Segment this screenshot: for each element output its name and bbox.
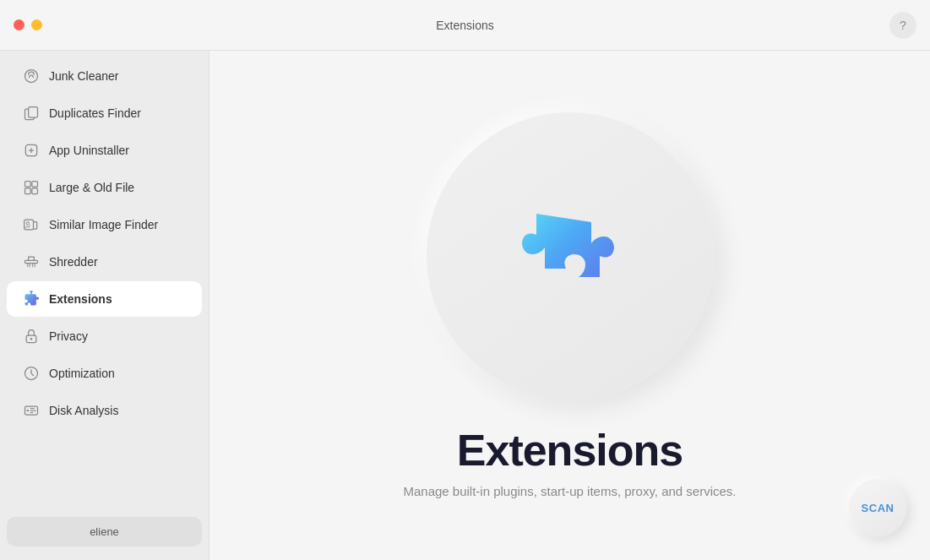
sidebar-item-shredder[interactable]: Shredder	[7, 244, 202, 280]
shredder-icon	[22, 253, 41, 271]
sidebar-label-optimization: Optimization	[49, 367, 115, 380]
extensions-icon	[22, 290, 41, 308]
disk-analysis-icon	[22, 401, 41, 420]
main-layout: Junk Cleaner Duplicates Finder App Unins…	[0, 51, 930, 560]
duplicates-finder-icon	[22, 104, 41, 122]
sidebar-item-optimization[interactable]: Optimization	[7, 356, 202, 391]
user-profile[interactable]: eliene	[7, 517, 202, 546]
sidebar-label-large-old-file: Large & Old File	[49, 181, 134, 194]
hero-subtitle: Manage built-in plugins, start-up items,…	[403, 484, 736, 498]
similar-image-finder-icon	[22, 215, 41, 234]
svg-rect-2	[29, 107, 38, 118]
close-button[interactable]	[14, 19, 24, 30]
sidebar-item-duplicates-finder[interactable]: Duplicates Finder	[7, 95, 202, 131]
privacy-icon	[22, 327, 41, 345]
sidebar-item-privacy[interactable]: Privacy	[7, 318, 202, 354]
puzzle-icon	[486, 171, 655, 340]
svg-point-12	[30, 338, 33, 340]
sidebar-label-duplicates-finder: Duplicates Finder	[49, 106, 141, 120]
sidebar-item-large-old-file[interactable]: Large & Old File	[7, 170, 202, 205]
sidebar-label-disk-analysis: Disk Analysis	[49, 404, 118, 417]
sidebar-label-junk-cleaner: Junk Cleaner	[49, 69, 119, 83]
svg-point-15	[27, 410, 29, 412]
svg-rect-10	[25, 260, 38, 263]
sidebar-item-similar-image-finder[interactable]: Similar Image Finder	[7, 207, 202, 242]
sidebar-label-privacy: Privacy	[49, 329, 88, 343]
svg-rect-5	[32, 182, 38, 188]
sidebar-item-disk-analysis[interactable]: Disk Analysis	[7, 393, 202, 428]
app-uninstaller-icon	[22, 141, 41, 160]
sidebar-item-extensions[interactable]: Extensions	[7, 281, 202, 317]
hero-circle	[427, 112, 714, 400]
sidebar: Junk Cleaner Duplicates Finder App Unins…	[0, 51, 209, 560]
optimization-icon	[22, 364, 41, 383]
content-area: Extensions Manage built-in plugins, star…	[209, 51, 930, 560]
svg-point-9	[26, 222, 29, 225]
traffic-lights	[14, 19, 42, 30]
hero-title: Extensions	[457, 425, 683, 476]
sidebar-label-app-uninstaller: App Uninstaller	[49, 144, 129, 157]
junk-cleaner-icon	[22, 67, 41, 85]
title-bar: Extensions ?	[0, 0, 930, 51]
svg-rect-7	[32, 188, 38, 194]
page-title: Extensions	[436, 19, 493, 32]
minimize-button[interactable]	[31, 19, 42, 30]
sidebar-item-junk-cleaner[interactable]: Junk Cleaner	[7, 58, 202, 94]
sidebar-item-app-uninstaller[interactable]: App Uninstaller	[7, 133, 202, 168]
help-button[interactable]: ?	[889, 12, 916, 39]
sidebar-spacer	[0, 429, 209, 510]
large-old-file-icon	[22, 178, 41, 197]
svg-rect-4	[25, 182, 31, 188]
scan-button[interactable]: SCAN	[849, 479, 906, 536]
sidebar-label-extensions: Extensions	[49, 292, 112, 306]
sidebar-label-similar-image-finder: Similar Image Finder	[49, 218, 158, 231]
sidebar-label-shredder: Shredder	[49, 255, 98, 269]
svg-rect-6	[25, 188, 31, 194]
